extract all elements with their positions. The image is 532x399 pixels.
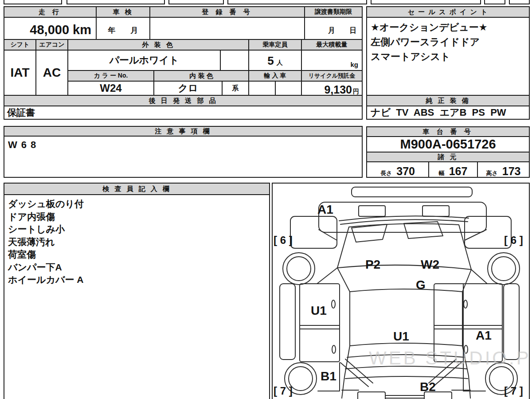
wheel-front-right — [488, 253, 520, 285]
mileage-value: 48,000 km — [4, 17, 97, 40]
import-car-cell-2 — [275, 81, 302, 96]
sales-points-header: セ ー ル ス ポ イ ン ト — [366, 6, 530, 18]
door-handle — [332, 300, 335, 308]
mileage-header: 走 行 — [4, 6, 97, 18]
aircon-value: AC — [35, 50, 68, 96]
exterior-color-extra-cell — [220, 50, 249, 71]
sales-point-line: 左側パワースライドドア — [367, 34, 529, 49]
inspector-note-line: 荷室傷 — [4, 248, 268, 261]
chassis-header: 車 台 番 号 — [366, 126, 530, 137]
sill-left — [280, 284, 295, 360]
inspector-header: 検 査 員 記 入 欄 — [4, 183, 270, 195]
interior-color-value: クロ — [153, 81, 223, 96]
transfer-deadline-header: 譲渡書類期限 — [304, 6, 363, 18]
damage-label-rear-left-fender: B1 — [321, 369, 336, 383]
capacity-value: 5 人 — [248, 50, 302, 71]
inspector-notes: ダッシュ板のり付 ドア内張傷 シートしみ小 天張薄汚れ 荷室傷 バンパー下A ホ… — [4, 198, 268, 286]
front-bumper-strip — [352, 187, 472, 197]
shaken-header: 車 検 — [96, 6, 150, 18]
damage-label-front-bumper: A1 — [317, 203, 333, 216]
seam — [471, 270, 487, 284]
seam — [317, 268, 337, 284]
inspector-note-line: ホイールカバー A — [4, 274, 268, 286]
notes-box: W68 — [4, 136, 363, 178]
damage-label-left-door: U1 — [311, 304, 327, 317]
capacity-unit: 人 — [277, 59, 283, 67]
seam — [319, 230, 337, 240]
damage-label-windshield-right: W2 — [421, 258, 439, 271]
damage-label-windshield-left: P2 — [365, 258, 380, 271]
spec-height-label: 高さ — [486, 169, 497, 177]
inspector-note-line: ドア内張傷 — [4, 211, 268, 223]
inspector-note-line: バンパー下A — [4, 261, 268, 274]
spec-width-cell: 幅 167 — [428, 161, 478, 178]
spec-width-value: 167 — [449, 165, 468, 178]
recycle-fee-value: 9,130 円 — [301, 81, 363, 96]
inspector-note-line: 天張薄汚れ — [4, 236, 268, 249]
damage-label-glass: G — [416, 278, 426, 292]
watermark: WEB STUDIO.PRO — [369, 348, 532, 369]
spec-height-cell: 高さ 173 — [477, 161, 530, 178]
recycle-fee-header: リサイクル預託金 — [301, 70, 363, 82]
chassis-value: M900A-0651726 — [366, 136, 530, 153]
taillight-left — [358, 392, 385, 399]
doors-left — [300, 284, 340, 362]
tire-tread-front-right: [ 6 ] — [504, 234, 523, 246]
seam — [465, 230, 486, 240]
sales-point-line: ★オークションデビュー★ — [367, 20, 529, 34]
damage-label-roof: U1 — [393, 329, 409, 343]
tailgate-line — [345, 376, 468, 379]
sales-points-box: ★オークションデビュー★ 左側パワースライドドア スマートアシスト — [366, 17, 530, 96]
top-partial-cell — [484, 0, 505, 4]
inspector-note-line: シートしみ小 — [4, 223, 268, 236]
auction-sheet: 走 行 車 検 登 録 番 号 譲渡書類期限 48,000 km 年 月 月 日… — [0, 0, 532, 399]
windshield — [337, 223, 471, 270]
spec-length-value: 370 — [396, 165, 415, 178]
damage-label-right-door: A1 — [476, 329, 492, 342]
spec-length-cell: 長さ 370 — [366, 161, 429, 178]
top-partial-cell — [371, 0, 481, 4]
capacity-header: 乗車定員 — [248, 39, 302, 51]
top-partial-cell — [509, 0, 530, 4]
spec-length-label: 長さ — [380, 169, 392, 177]
tire-tread-rear-left: [ 7 ] — [274, 385, 293, 397]
wheel-front-left — [283, 253, 315, 285]
door-handle — [464, 300, 467, 308]
registration-header: 登 録 番 号 — [149, 6, 305, 18]
shift-value: IAT — [4, 50, 36, 96]
roof-front-line — [350, 289, 462, 292]
max-load-value: kg — [301, 50, 363, 71]
max-load-header: 最大積載量 — [301, 39, 363, 51]
top-partial-cell — [66, 0, 165, 4]
color-no-header: カ ラ ー No. — [67, 70, 154, 82]
registration-value — [149, 17, 305, 40]
door-handle — [332, 345, 336, 353]
later-parts-header: 後 日 発 送 部 品 — [4, 95, 363, 106]
spec-height-value: 173 — [502, 165, 521, 178]
import-car-cell-1 — [248, 81, 276, 96]
inspector-note-line: ダッシュ板のり付 — [4, 198, 268, 211]
sales-point-line: スマートアシスト — [367, 49, 529, 63]
roof-rear-line — [350, 343, 462, 346]
recycle-fee-number: 9,130 — [324, 83, 352, 96]
tire-tread-rear-right: [ 7 ] — [504, 385, 523, 397]
spec-width-label: 幅 — [439, 169, 445, 177]
equipment-header: 純 正 装 備 — [366, 95, 530, 106]
top-partial-cell — [168, 0, 224, 4]
specs-header: 諸 元 — [366, 152, 530, 162]
interior-color-suffix: 系 — [222, 81, 249, 96]
import-car-header: 輸 入 車 — [248, 70, 302, 82]
aircon-header: エアコン — [35, 39, 68, 51]
wiper-left — [352, 224, 387, 242]
capacity-number: 5 — [267, 54, 274, 68]
notes-header: 注 意 事 項 欄 — [4, 126, 363, 137]
exterior-color-value: パールホワイト — [67, 50, 221, 71]
tire-tread-front-left: [ 6 ] — [274, 234, 293, 246]
headlight-left — [359, 206, 385, 216]
color-no-value: W24 — [67, 81, 154, 96]
interior-color-header: 内 装 色 — [153, 70, 249, 82]
later-parts-value: 保証書 — [4, 106, 363, 120]
top-partial-cell — [4, 0, 62, 4]
top-partial-cell — [227, 0, 367, 4]
equipment-value: ナビ TV ABS エアB PS PW — [366, 106, 530, 120]
